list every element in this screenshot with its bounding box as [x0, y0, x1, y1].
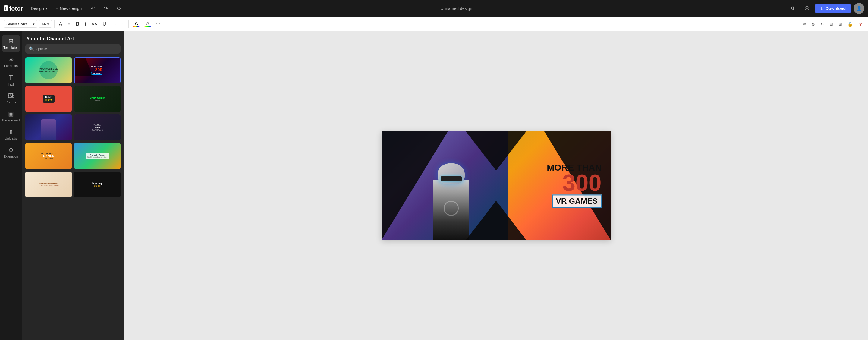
text-color-button[interactable]: A — [131, 19, 141, 29]
photos-icon: 🖼 — [8, 92, 14, 99]
template-card-4[interactable]: Crazy Gamer Lucas — [74, 86, 121, 112]
font-family-chevron: ▾ — [33, 22, 35, 26]
svg-marker-3 — [466, 201, 526, 240]
design-name: Unnamed design — [127, 6, 786, 11]
preview-button[interactable]: 👁 — [788, 3, 799, 14]
svg-marker-2 — [466, 131, 526, 171]
sidebar-elements-label: Elements — [4, 64, 18, 67]
redo-button[interactable]: ↷ — [100, 3, 111, 14]
highlight-color-indicator: A — [144, 21, 151, 27]
download-icon: ⇓ — [820, 6, 824, 11]
template-card-8[interactable]: Fun with Daniel Weekly toy and game revi… — [74, 143, 121, 169]
divider-1 — [54, 21, 55, 28]
font-size-chevron: ▾ — [47, 22, 49, 26]
banner: MORE THAN 300 VR GAMES — [381, 131, 611, 240]
divider-2 — [128, 21, 129, 28]
logo-icon: f — [4, 5, 8, 11]
template-card-3[interactable]: Finish! ★★★ — [25, 86, 72, 112]
sidebar-photos-label: Photos — [6, 100, 16, 104]
template-card-5[interactable] — [25, 114, 72, 141]
sidebar-item-extension[interactable]: ⊕ Extension — [2, 144, 20, 161]
banner-vr-games: VR GAMES — [552, 195, 601, 208]
bold-button[interactable]: B — [74, 20, 82, 28]
sidebar-background-label: Background — [2, 119, 20, 122]
sidebar-extension-label: Extension — [4, 155, 18, 158]
sidebar-item-uploads[interactable]: ⬆ Uploads — [2, 126, 20, 143]
uppercase-button[interactable]: AA — [90, 21, 99, 27]
plus-icon: + — [56, 6, 59, 11]
design-menu-button[interactable]: Design ▾ — [28, 4, 50, 13]
new-design-button[interactable]: + New design — [53, 4, 85, 13]
logo-text: fotor — [9, 5, 23, 12]
template-card-1[interactable]: YOU MUST SEETHE VR WORLD! — [25, 57, 72, 84]
text-color-indicator: A — [133, 21, 140, 27]
delete-button[interactable]: 🗑 — [856, 21, 864, 28]
share-button[interactable]: ✇ — [801, 3, 812, 14]
search-box[interactable]: 🔍 — [25, 44, 121, 54]
templates-panel: Youtube Channel Art 🔍 YOU MUST SEETHE VR… — [22, 31, 124, 340]
canvas-frame: MORE THAN 300 VR GAMES — [381, 131, 611, 240]
download-button[interactable]: ⇓ Download — [815, 4, 851, 13]
copy-button[interactable]: ⧉ — [801, 20, 808, 28]
sidebar-item-text[interactable]: T Text — [2, 71, 20, 89]
topbar-right: 👁 ✇ ⇓ Download 👤 — [788, 3, 864, 14]
avatar[interactable]: 👤 — [854, 3, 864, 14]
template-card-6[interactable]: You Must SEE The VR World — [74, 114, 121, 141]
font-size-select[interactable]: 14 ▾ — [38, 20, 52, 28]
undo-button[interactable]: ↶ — [87, 3, 98, 14]
align-button[interactable]: ⊟ — [827, 21, 835, 28]
download-label: Download — [826, 6, 846, 11]
sidebar-icons: ⊞ Templates ◈ Elements T Text 🖼 Photos ▣… — [0, 31, 22, 340]
search-input[interactable] — [36, 47, 117, 51]
sidebar-text-label: Text — [8, 83, 14, 86]
elements-icon: ◈ — [9, 56, 13, 63]
template-card-9[interactable]: WanderinWeekend BOOKS FILMS MUSIC GAMES — [25, 172, 72, 198]
sidebar-item-templates[interactable]: ⊞ Templates — [2, 35, 20, 52]
font-family-label: Sinkin Sans ... — [6, 22, 31, 26]
panel-title: Youtube Channel Art — [22, 31, 124, 44]
banner-number: 300 — [547, 172, 601, 193]
canvas-area: MORE THAN 300 VR GAMES — [124, 31, 868, 340]
svg-marker-0 — [381, 131, 448, 240]
text-icon: T — [9, 73, 13, 82]
design-label: Design — [31, 6, 44, 11]
position-button[interactable]: ⊕ — [809, 21, 817, 28]
banner-text-block: MORE THAN 300 VR GAMES — [547, 163, 601, 208]
new-design-label: New design — [60, 6, 82, 11]
refresh-button[interactable]: ⟳ — [114, 3, 124, 14]
uploads-icon: ⬆ — [8, 128, 13, 135]
sidebar-item-elements[interactable]: ◈ Elements — [2, 53, 20, 70]
layers-button[interactable]: ⊞ — [836, 21, 844, 28]
template-card-10[interactable]: Mystery Studio — [74, 172, 121, 198]
templates-icon: ⊞ — [8, 37, 13, 44]
font-size-large-button[interactable]: A — [57, 20, 64, 28]
template-card-2[interactable]: MORE THAN 300 VR GAMES — [74, 57, 121, 84]
search-icon: 🔍 — [29, 47, 34, 51]
topbar: f fotor Design ▾ + New design ↶ ↷ ⟳ Unna… — [0, 0, 868, 17]
sidebar-templates-label: Templates — [3, 46, 19, 50]
sidebar-item-photos[interactable]: 🖼 Photos — [2, 90, 20, 106]
highlight-color-button[interactable]: A — [143, 19, 153, 29]
font-family-select[interactable]: Sinkin Sans ... ▾ — [4, 20, 37, 28]
italic-button[interactable]: I — [83, 20, 88, 28]
underline-button[interactable]: U — [100, 20, 108, 28]
background-icon: ▣ — [8, 110, 14, 117]
lock-button[interactable]: 🔒 — [845, 21, 855, 28]
avatar-initials: 👤 — [857, 6, 862, 11]
sidebar-item-background[interactable]: ▣ Background — [2, 107, 20, 124]
chevron-down-icon: ▾ — [45, 6, 47, 11]
templates-grid: YOU MUST SEETHE VR WORLD! MORE THAN 300 … — [22, 57, 124, 201]
formatbar: Sinkin Sans ... ▾ 14 ▾ A ≡ B I AA U I↔ ↕… — [0, 17, 868, 31]
rotate-button[interactable]: ↻ — [818, 21, 826, 28]
letter-spacing-button[interactable]: I↔ — [110, 21, 119, 27]
extension-icon: ⊕ — [8, 146, 13, 153]
template-card-7[interactable]: VIRTUAL REALITY GAMES EXPERIENCE — [25, 143, 72, 169]
formatbar-right: ⧉ ⊕ ↻ ⊟ ⊞ 🔒 🗑 — [801, 20, 864, 28]
main-layout: ⊞ Templates ◈ Elements T Text 🖼 Photos ▣… — [0, 31, 868, 340]
opacity-button[interactable]: ⬚ — [154, 21, 162, 28]
template-1-preview: YOU MUST SEETHE VR WORLD! — [25, 57, 72, 84]
text-align-button[interactable]: ≡ — [65, 20, 72, 28]
logo: f fotor — [4, 5, 23, 12]
sidebar-uploads-label: Uploads — [5, 136, 17, 140]
line-height-button[interactable]: ↕ — [120, 21, 126, 27]
